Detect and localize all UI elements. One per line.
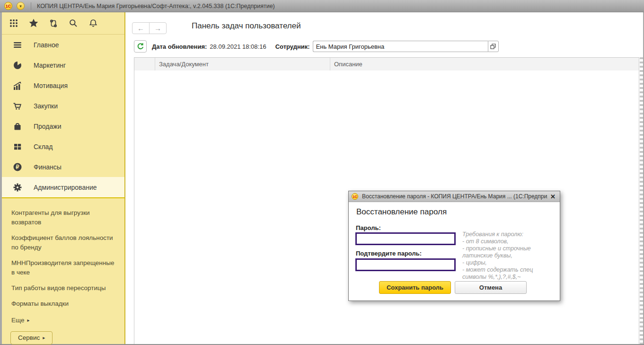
more-label: Еще [11,317,24,324]
table-header: Задача/Документ Описание [134,57,639,71]
sidebar-item-glavnoe[interactable]: Главное [2,35,124,55]
app-window: 1С ▾ КОПИЯ ЦЕНТРА/Ень Мария Григорьевна/… [0,0,644,345]
refresh-button[interactable] [134,40,147,53]
password-label: Пароль: [356,224,381,231]
requirement-line: - прописные и строчные [462,245,559,252]
employee-field-group [313,41,499,52]
employee-label: Сотрудник: [275,43,310,50]
sidebar-link-kontragenty[interactable]: Контрагенты для выгрузки возвратов [11,208,119,227]
sidebar-item-sklad[interactable]: Склад [2,136,124,157]
sidebar-item-marketing[interactable]: Маркетинг [2,55,124,75]
nav-forward-button[interactable]: → [149,22,167,34]
titlebar-main-menu-button[interactable]: ▾ [17,2,25,10]
requirement-line: латинские буквы, [462,252,559,259]
requirement-line: - цифры, [462,259,559,266]
password-requirements: Требования к паролю: - от 8 символов, - … [462,231,559,281]
search-icon[interactable] [67,17,79,29]
notifications-bell-icon[interactable] [87,17,99,29]
history-nav: ← → [132,22,167,34]
sidebar-item-label: Мотивация [34,82,68,89]
functions-menu-icon[interactable] [8,17,20,29]
gear-icon [12,183,23,192]
sidebar-item-label: Продажи [34,123,61,130]
nav-back-button[interactable]: ← [132,22,150,34]
table-header-cell-description[interactable]: Описание [330,58,639,71]
vertical-scrollbar[interactable] [640,57,643,344]
confirm-password-label: Подтвердите пароль: [356,250,422,257]
sidebar-item-label: Закупки [34,102,58,110]
employee-choose-button[interactable] [488,41,499,52]
favorites-star-icon[interactable] [27,17,40,29]
sidebar-item-label: Финансы [34,163,62,171]
history-scroll-icon[interactable] [47,17,60,29]
sidebar-link-mnn[interactable]: МННПроизводителя запрещенные в чеке [11,258,119,277]
chevron-right-icon: ▸ [27,318,29,323]
sidebar-item-prodazhi[interactable]: Продажи [2,116,124,136]
save-password-button[interactable]: Сохранить пароль [379,281,451,294]
dialog-titlebar[interactable]: 1С Восстановление пароля - КОПИЯ ЦЕНТРА/… [349,191,560,202]
confirm-password-input[interactable] [355,258,456,271]
pie-chart-icon [12,61,23,70]
page-title: Панель задач пользователей [192,21,301,31]
shopping-cart-icon [12,101,23,111]
chevron-right-icon: ▸ [43,335,45,340]
dialog-title: Восстановление пароля - КОПИЯ ЦЕНТРА/Ень… [362,193,547,200]
titlebar-separator [31,2,31,10]
hamburger-icon [12,40,23,50]
requirement-line: - может содержать спец [462,266,559,274]
sidebar-item-label: Маркетинг [34,62,66,69]
sidebar-link-tip-raboty[interactable]: Тип работы видов пересортицы [11,283,119,293]
service-menu-button[interactable]: Сервис ▸ [10,331,53,345]
svg-text:₽: ₽ [16,164,19,170]
sidebar-link-formaty[interactable]: Форматы выкладки [11,299,119,309]
requirement-line: - от 8 символов, [462,238,559,245]
update-date-label: Дата обновления: [152,43,207,50]
boxes-icon [12,142,23,151]
cancel-button[interactable]: Отмена [455,281,527,294]
info-row: Дата обновления: 28.09.2021 18:08:16 Сот… [134,40,499,53]
requirement-line: Требования к паролю: [462,231,559,238]
sidebar-item-zakupki[interactable]: Закупки [2,96,124,116]
sidebar-toolbar [2,12,124,35]
requirement-line: символы %,*,),?,#,$,~ [462,274,559,281]
sidebar-menu: Главное Маркетинг [2,35,124,197]
1c-logo-icon: 1С [352,193,358,200]
password-recovery-dialog: 1С Восстановление пароля - КОПИЯ ЦЕНТРА/… [348,191,560,301]
sidebar-item-finansy[interactable]: ₽ Финансы [2,157,124,177]
window-titlebar[interactable]: 1С ▾ КОПИЯ ЦЕНТРА/Ень Мария Григорьевна/… [0,0,644,12]
sidebar-item-label: Главное [34,41,59,49]
sidebar-link-koefficient[interactable]: Коэффициент баллов лояльности по бренду [11,233,119,252]
employee-input[interactable] [313,41,488,52]
1c-logo-icon: 1С [4,2,12,10]
growth-chart-icon [12,81,23,90]
sidebar-item-label: Склад [34,143,53,150]
table-header-cell-task[interactable]: Задача/Документ [155,58,330,71]
table-header-cell-marker[interactable] [134,58,155,71]
close-icon[interactable]: ✕ [550,193,556,200]
sidebar-item-label: Администрирование [34,184,97,191]
update-date-value: 28.09.2021 18:08:16 [210,43,266,50]
window-title: КОПИЯ ЦЕНТРА/Ень Мария Григорьевна/Софт-… [37,3,275,9]
sidebar: Главное Маркетинг [2,12,125,344]
shopping-bag-icon [12,122,23,131]
dialog-heading: Восстановление пароля [356,207,447,217]
sidebar-more-button[interactable]: Еще ▸ [11,317,124,324]
sidebar-item-motivaciya[interactable]: Мотивация [2,75,124,96]
ruble-circle-icon: ₽ [12,162,23,172]
sidebar-links: Контрагенты для выгрузки возвратов Коэфф… [2,198,124,309]
password-input[interactable] [355,232,456,245]
service-label: Сервис [18,334,40,341]
sidebar-item-administrirovanie[interactable]: Администрирование [2,177,124,197]
